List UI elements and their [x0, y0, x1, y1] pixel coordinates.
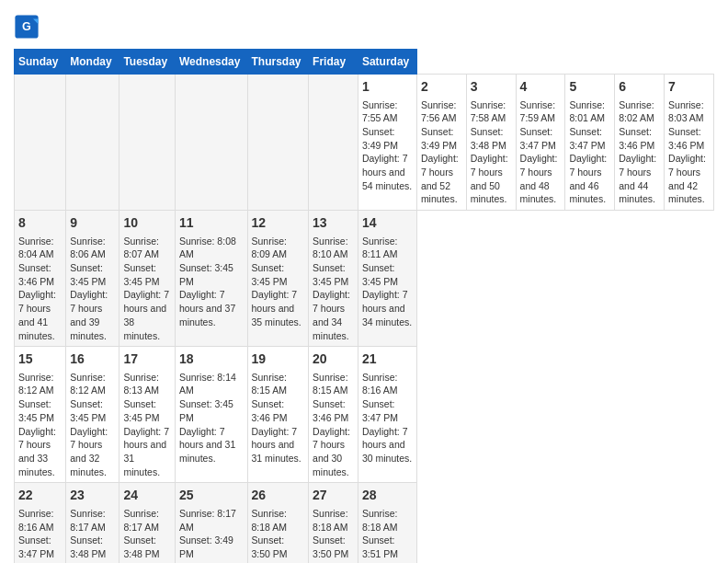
day-number: 12: [252, 214, 305, 233]
calendar-week-1: 1Sunrise: 7:55 AMSunset: 3:49 PMDaylight…: [15, 75, 714, 211]
sunrise: Sunrise: 8:17 AM: [123, 508, 159, 533]
sunrise: Sunrise: 8:16 AM: [362, 372, 398, 396]
page-header: G: [14, 14, 714, 40]
calendar-cell: 6Sunrise: 8:02 AMSunset: 3:46 PMDaylight…: [615, 75, 665, 211]
sunrise: Sunrise: 7:55 AM: [362, 99, 398, 124]
sunset: Sunset: 3:45 PM: [252, 262, 288, 287]
daylight: Daylight: 7 hours and 33 minutes.: [18, 426, 56, 477]
calendar-cell: 9Sunrise: 8:06 AMSunset: 3:45 PMDaylight…: [66, 211, 119, 347]
calendar-cell: 18Sunrise: 8:14 AMSunset: 3:45 PMDayligh…: [175, 347, 247, 483]
day-number: 17: [123, 350, 171, 369]
header-cell-thursday: Thursday: [247, 50, 309, 75]
logo-icon: G: [14, 14, 40, 40]
day-number: 1: [362, 78, 413, 97]
sunrise: Sunrise: 8:13 AM: [123, 372, 159, 396]
sunrise: Sunrise: 8:12 AM: [70, 372, 106, 396]
calendar-cell: 12Sunrise: 8:09 AMSunset: 3:45 PMDayligh…: [247, 211, 309, 347]
sunset: Sunset: 3:45 PM: [179, 262, 233, 287]
day-number: 21: [362, 350, 413, 369]
sunset: Sunset: 3:48 PM: [471, 126, 506, 151]
day-number: 15: [18, 350, 62, 369]
sunset: Sunset: 3:46 PM: [18, 262, 54, 287]
sunrise: Sunrise: 8:10 AM: [313, 236, 348, 260]
calendar-week-4: 22Sunrise: 8:16 AMSunset: 3:47 PMDayligh…: [15, 483, 714, 563]
day-number: 28: [362, 487, 413, 505]
day-number: 7: [668, 78, 710, 97]
calendar-cell: 10Sunrise: 8:07 AMSunset: 3:45 PMDayligh…: [119, 211, 176, 347]
sunrise: Sunrise: 8:06 AM: [70, 236, 106, 260]
sunset: Sunset: 3:50 PM: [313, 534, 348, 559]
sunset: Sunset: 3:47 PM: [569, 126, 605, 151]
sunset: Sunset: 3:45 PM: [362, 262, 398, 287]
daylight: Daylight: 7 hours and 31 minutes.: [252, 426, 301, 464]
daylight: Daylight: 7 hours and 34 minutes.: [362, 289, 412, 327]
sunrise: Sunrise: 8:11 AM: [362, 236, 398, 260]
header-row: SundayMondayTuesdayWednesdayThursdayFrid…: [15, 50, 714, 75]
day-number: 24: [123, 487, 171, 505]
sunrise: Sunrise: 8:08 AM: [179, 236, 236, 260]
sunset: Sunset: 3:49 PM: [362, 126, 398, 151]
daylight: Daylight: 7 hours and 34 minutes.: [313, 289, 350, 340]
calendar-cell: 15Sunrise: 8:12 AMSunset: 3:45 PMDayligh…: [15, 347, 66, 483]
day-number: 10: [123, 214, 171, 233]
calendar-cell: 14Sunrise: 8:11 AMSunset: 3:45 PMDayligh…: [358, 211, 416, 347]
sunset: Sunset: 3:45 PM: [70, 262, 106, 287]
calendar-cell: 24Sunrise: 8:17 AMSunset: 3:48 PMDayligh…: [119, 483, 176, 563]
daylight: Daylight: 7 hours and 30 minutes.: [362, 426, 412, 464]
daylight: Daylight: 7 hours and 39 minutes.: [70, 289, 108, 340]
day-number: 9: [70, 214, 115, 233]
calendar-cell: [175, 75, 247, 211]
sunset: Sunset: 3:47 PM: [520, 126, 556, 151]
sunset: Sunset: 3:46 PM: [313, 398, 348, 423]
day-number: 14: [362, 214, 413, 233]
sunrise: Sunrise: 8:02 AM: [619, 99, 654, 124]
daylight: Daylight: 7 hours and 38 minutes.: [123, 289, 169, 340]
day-number: 25: [179, 487, 244, 505]
day-number: 2: [421, 78, 462, 97]
day-number: 27: [313, 487, 354, 505]
calendar-cell: 25Sunrise: 8:17 AMSunset: 3:49 PMDayligh…: [175, 483, 247, 563]
day-number: 16: [70, 350, 115, 369]
header-cell-saturday: Saturday: [358, 50, 416, 75]
sunset: Sunset: 3:46 PM: [252, 398, 288, 423]
daylight: Daylight: 7 hours and 48 minutes.: [520, 153, 558, 204]
header-cell-wednesday: Wednesday: [175, 50, 247, 75]
sunset: Sunset: 3:49 PM: [421, 126, 457, 151]
calendar-week-2: 8Sunrise: 8:04 AMSunset: 3:46 PMDaylight…: [15, 211, 714, 347]
day-number: 18: [179, 350, 244, 369]
day-number: 23: [70, 487, 115, 505]
daylight: Daylight: 7 hours and 37 minutes.: [179, 289, 235, 327]
header-cell-sunday: Sunday: [15, 50, 66, 75]
sunrise: Sunrise: 8:07 AM: [123, 236, 159, 260]
calendar-cell: [15, 75, 66, 211]
daylight: Daylight: 7 hours and 30 minutes.: [313, 426, 350, 477]
calendar-cell: 22Sunrise: 8:16 AMSunset: 3:47 PMDayligh…: [15, 483, 66, 563]
day-number: 8: [18, 214, 62, 233]
daylight: Daylight: 7 hours and 50 minutes.: [471, 153, 508, 204]
sunrise: Sunrise: 8:18 AM: [313, 508, 348, 533]
daylight: Daylight: 7 hours and 31 minutes.: [123, 426, 169, 477]
calendar-cell: [119, 75, 176, 211]
sunset: Sunset: 3:45 PM: [123, 262, 159, 287]
sunrise: Sunrise: 8:18 AM: [252, 508, 288, 533]
sunrise: Sunrise: 8:17 AM: [179, 508, 236, 533]
calendar-cell: [66, 75, 119, 211]
daylight: Daylight: 7 hours and 31 minutes.: [179, 426, 235, 464]
daylight: Daylight: 7 hours and 42 minutes.: [668, 153, 706, 204]
daylight: Daylight: 7 hours and 52 minutes.: [421, 153, 459, 204]
sunrise: Sunrise: 7:59 AM: [520, 99, 556, 124]
sunset: Sunset: 3:47 PM: [18, 534, 54, 559]
day-number: 4: [520, 78, 562, 97]
sunset: Sunset: 3:45 PM: [123, 398, 159, 423]
header-cell-tuesday: Tuesday: [119, 50, 176, 75]
calendar-cell: 26Sunrise: 8:18 AMSunset: 3:50 PMDayligh…: [247, 483, 309, 563]
daylight: Daylight: 7 hours and 46 minutes.: [569, 153, 607, 204]
day-number: 3: [471, 78, 512, 97]
day-number: 5: [569, 78, 610, 97]
day-number: 20: [313, 350, 354, 369]
sunrise: Sunrise: 7:56 AM: [421, 99, 457, 124]
calendar-cell: 5Sunrise: 8:01 AMSunset: 3:47 PMDaylight…: [565, 75, 615, 211]
sunrise: Sunrise: 8:14 AM: [179, 372, 236, 396]
sunset: Sunset: 3:45 PM: [70, 398, 106, 423]
sunset: Sunset: 3:47 PM: [362, 398, 398, 423]
